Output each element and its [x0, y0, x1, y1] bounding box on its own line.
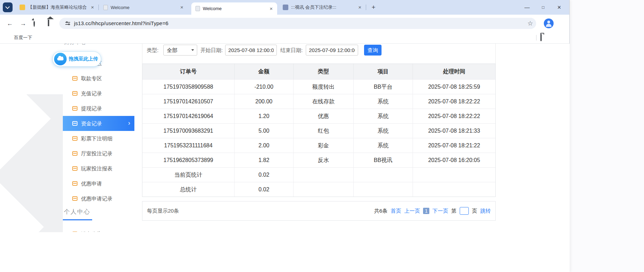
table-cell: 1751953231111684	[142, 138, 235, 153]
tab-close-icon[interactable]: ×	[357, 4, 363, 10]
tab-title: Welcome	[111, 5, 177, 10]
table-row: 当前页统计0.02	[142, 167, 495, 182]
table-cell: 2025-07-08 16:20:05	[413, 153, 495, 167]
baidu-favicon-icon[interactable]	[5, 35, 11, 41]
table-header-row: 订单号金额类型项目处理时间	[142, 64, 495, 79]
table-body: 1751970358909588-210.00额度转出BB平台2025-07-0…	[142, 79, 495, 197]
table-row: 总统计0.02	[142, 182, 495, 197]
other-bookmarks-folder-icon[interactable]	[540, 35, 547, 41]
page-size-text: 每页显示20条	[147, 201, 179, 220]
tab-close-icon[interactable]: ×	[179, 4, 185, 10]
menu-item-icon	[72, 76, 77, 81]
menu-item-label: 彩票下注明细	[81, 131, 112, 146]
sidebar-menu-item[interactable]: 彩票下注明细 ›	[63, 131, 134, 146]
sidebar-section-personal-center: 个人中心	[64, 208, 90, 216]
window-close-button[interactable]: ×	[551, 0, 567, 15]
menu-item-label: 充值记录	[81, 86, 102, 101]
table-cell	[354, 182, 413, 197]
sidebar-menu-item[interactable]: 优惠申请 ›	[63, 176, 134, 191]
sidebar-menu-item[interactable]: 厅室投注记录 ›	[63, 146, 134, 161]
upload-overlay-badge[interactable]: 拖拽至此上传	[52, 51, 101, 67]
table-row: 17519701426190641.20优惠系统2025-07-08 18:22…	[142, 109, 495, 123]
query-button[interactable]: 查询	[364, 45, 382, 56]
tab-search-button[interactable]	[3, 2, 13, 12]
table-header-cell: 类型	[294, 64, 354, 79]
table-header-cell: 项目	[354, 64, 413, 79]
prev-page-link[interactable]: 上一页	[404, 208, 420, 214]
window-minimize-button[interactable]: —	[519, 0, 535, 15]
start-date-input[interactable]	[225, 45, 277, 56]
sidebar-section-underline	[63, 219, 92, 220]
home-button[interactable]	[47, 20, 54, 27]
table-header-cell: 金额	[235, 64, 294, 79]
table-cell: 优惠	[294, 109, 354, 123]
jump-page-input[interactable]	[460, 207, 469, 215]
table-cell: BB平台	[354, 80, 413, 94]
table-cell: 彩金	[294, 138, 354, 153]
menu-item-label: 消息公告	[81, 226, 102, 232]
browser-tab[interactable]: :::视讯 会员下注纪录::: ×	[279, 0, 366, 15]
table-row: 17519628053738991.82反水BB视讯2025-07-08 16:…	[142, 153, 495, 167]
cloud-upload-icon	[54, 53, 67, 65]
sidebar-menu-item[interactable]: 优惠申请记录 ›	[63, 191, 134, 206]
screen: + — □ × 【新提醒】海燕策略论坛综合 × Welcome × Welcom…	[0, 0, 644, 272]
bookmarks-separator	[536, 35, 536, 41]
table-cell: 0.02	[235, 168, 294, 182]
menu-item-label: 提现记录	[81, 101, 102, 116]
bookmark-item[interactable]: 百度一下	[14, 32, 32, 43]
bookmark-star-icon[interactable]: ☆	[526, 18, 535, 29]
table-cell: 系统	[354, 94, 413, 109]
jump-button[interactable]: 跳转	[480, 208, 491, 214]
menu-item-label: 优惠申请记录	[81, 191, 112, 206]
end-date-label: 结束日期:	[280, 45, 303, 56]
table-cell: 系统	[354, 138, 413, 153]
sidebar-menu-item[interactable]: 玩家投注报表 ›	[63, 161, 134, 176]
forward-button[interactable]: →	[18, 19, 28, 28]
browser-window: + — □ × 【新提醒】海燕策略论坛综合 × Welcome × Welcom…	[0, 0, 570, 272]
profile-avatar[interactable]	[544, 19, 554, 28]
table-cell: 系统	[354, 109, 413, 123]
sidebar-menu-item[interactable]: 充值记录 ›	[63, 86, 134, 101]
first-page-link[interactable]: 首页	[391, 208, 401, 214]
url-text[interactable]: js13.cc/hhcp/usercenter.html?iniType=6	[74, 18, 169, 29]
sidebar-menu-item[interactable]: 取款专区 ›	[63, 71, 134, 86]
new-tab-button[interactable]: +	[369, 3, 378, 12]
sidebar-partial-item-clip: 消息公告	[63, 226, 134, 232]
tab-strip: + — □ × 【新提醒】海燕策略论坛综合 × Welcome × Welcom…	[0, 0, 569, 15]
back-button[interactable]: ←	[5, 19, 15, 28]
type-select[interactable]: 全部	[163, 45, 197, 56]
sidebar-menu-item[interactable]: 资金记录 ›	[63, 116, 134, 131]
chevron-down-icon	[5, 5, 10, 9]
table-row: 17519532311116842.00彩金系统2025-07-08 18:21…	[142, 138, 495, 153]
table-cell: -210.00	[235, 80, 294, 94]
table-cell	[413, 168, 495, 182]
tab-separator	[98, 5, 99, 10]
tab-separator	[366, 5, 366, 10]
end-date-input[interactable]	[306, 45, 358, 56]
page-viewport: 财务中心 个人中心 消息公告 存款专区 › 取款专区 › 充值记录 › 提现记录…	[0, 44, 570, 272]
next-page-link[interactable]: 下一页	[432, 208, 448, 214]
window-maximize-button[interactable]: □	[535, 0, 551, 15]
menu-item-icon	[72, 106, 77, 111]
menu-item-label: 优惠申请	[81, 176, 102, 191]
site-info-icon[interactable]	[65, 21, 71, 26]
browser-tab[interactable]: Welcome ×	[191, 2, 277, 15]
tab-close-icon[interactable]: ×	[268, 6, 274, 12]
sidebar-menu-item[interactable]: 消息公告	[63, 226, 134, 232]
table-cell: 反水	[294, 153, 354, 167]
chevron-right-icon: ›	[128, 116, 130, 131]
browser-tab[interactable]: Welcome ×	[99, 0, 188, 15]
menu-item-icon	[72, 181, 77, 186]
tab-favicon-icon	[283, 5, 288, 10]
home-icon	[48, 20, 49, 26]
pagination-bar: 每页显示20条 共6条 首页 上一页 1 下一页 第 页 跳转	[142, 201, 496, 221]
reload-icon	[34, 20, 35, 27]
reload-button[interactable]	[34, 20, 40, 27]
tab-close-icon[interactable]: ×	[89, 4, 96, 10]
sidebar-menu-item[interactable]: 提现记录 ›	[63, 101, 134, 116]
tab-title: 【新提醒】海燕策略论坛综合	[28, 4, 87, 10]
browser-tab[interactable]: 【新提醒】海燕策略论坛综合 ×	[15, 0, 98, 15]
table-cell: 红包	[294, 124, 354, 138]
table-cell: 2.00	[235, 138, 294, 153]
table-cell	[294, 168, 354, 182]
